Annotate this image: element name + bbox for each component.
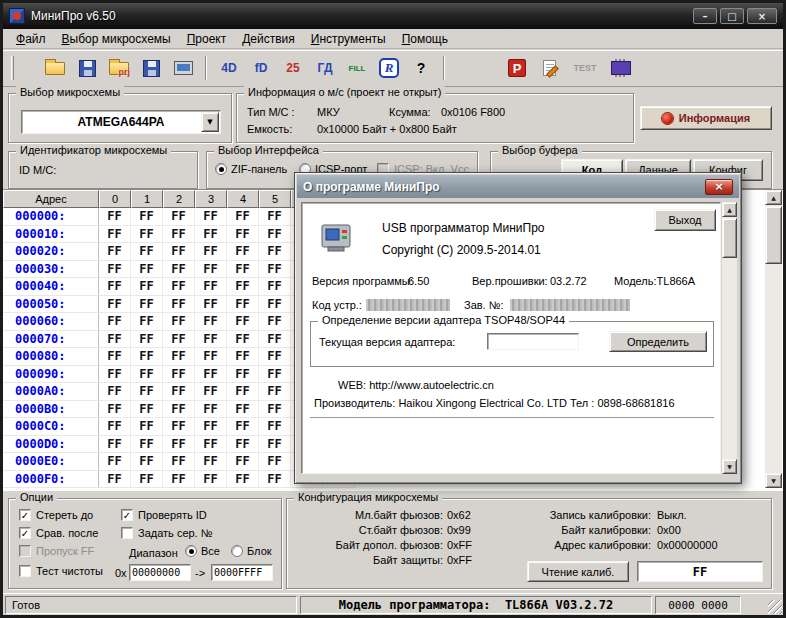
hex-byte-cell[interactable]: FF <box>163 383 195 401</box>
zif-radio[interactable]: ZIF-панель <box>215 163 287 175</box>
hex-byte-cell[interactable]: FF <box>227 313 259 331</box>
hex-byte-cell[interactable]: FF <box>195 261 227 279</box>
hex-byte-cell[interactable]: FF <box>227 278 259 296</box>
device-config-button[interactable] <box>169 54 197 82</box>
hex-byte-cell[interactable]: FF <box>259 471 291 489</box>
hex-byte-cell[interactable]: FF <box>259 261 291 279</box>
hex-byte-cell[interactable]: FF <box>195 208 227 226</box>
hex-byte-cell[interactable]: FF <box>227 331 259 349</box>
hex-byte-cell[interactable]: FF <box>99 226 131 244</box>
hex-byte-cell[interactable]: FF <box>227 418 259 436</box>
hex-byte-cell[interactable]: FF <box>99 243 131 261</box>
hex-byte-cell[interactable]: FF <box>195 418 227 436</box>
hex-byte-cell[interactable]: FF <box>99 208 131 226</box>
hex-byte-cell[interactable]: FF <box>227 348 259 366</box>
hex-byte-cell[interactable]: FF <box>163 278 195 296</box>
hex-byte-cell[interactable]: FF <box>131 278 163 296</box>
hex-byte-cell[interactable]: FF <box>163 348 195 366</box>
tool-25-button[interactable]: 25 <box>279 54 307 82</box>
menu-file[interactable]: Файл <box>9 30 53 48</box>
dialog-close-button[interactable]: × <box>705 179 733 195</box>
hex-byte-cell[interactable]: FF <box>195 243 227 261</box>
hex-byte-cell[interactable]: FF <box>163 436 195 454</box>
hex-byte-cell[interactable]: FF <box>131 313 163 331</box>
hex-byte-cell[interactable]: FF <box>131 418 163 436</box>
menu-actions[interactable]: Действия <box>235 30 302 48</box>
hex-byte-cell[interactable]: FF <box>195 331 227 349</box>
hex-byte-cell[interactable]: FF <box>131 366 163 384</box>
hex-byte-cell[interactable]: FF <box>259 453 291 471</box>
logo-r-button[interactable]: R <box>375 54 403 82</box>
scroll-down-icon[interactable]: ▼ <box>765 473 782 488</box>
hex-byte-cell[interactable]: FF <box>163 226 195 244</box>
hex-byte-cell[interactable]: FF <box>131 208 163 226</box>
hex-byte-cell[interactable]: FF <box>99 348 131 366</box>
hex-byte-cell[interactable]: FF <box>131 383 163 401</box>
hex-byte-cell[interactable]: FF <box>259 401 291 419</box>
skip-ff-checkbox[interactable]: Пропуск FF <box>19 545 94 557</box>
hex-byte-cell[interactable]: FF <box>195 313 227 331</box>
erase-before-checkbox[interactable]: ✓Стереть до <box>19 509 93 521</box>
range-all-radio[interactable]: Все <box>185 545 220 557</box>
calib-value-field[interactable]: FF <box>637 561 763 582</box>
program-button[interactable]: P <box>503 54 531 82</box>
website-line[interactable]: WEB: http://www.autoelectric.cn <box>338 379 494 391</box>
hex-byte-cell[interactable]: FF <box>259 418 291 436</box>
hex-byte-cell[interactable]: FF <box>99 366 131 384</box>
open-file-button[interactable] <box>41 54 69 82</box>
hex-byte-cell[interactable]: FF <box>227 453 259 471</box>
hex-byte-cell[interactable]: FF <box>259 243 291 261</box>
hex-byte-cell[interactable]: FF <box>163 453 195 471</box>
chip-combobox[interactable]: ATMEGA644PA ▼ <box>21 110 221 134</box>
hex-byte-cell[interactable]: FF <box>195 226 227 244</box>
range-block-radio[interactable]: Блок <box>231 545 272 557</box>
hex-byte-cell[interactable]: FF <box>227 401 259 419</box>
hex-byte-cell[interactable]: FF <box>259 208 291 226</box>
scrollbar-thumb[interactable] <box>722 218 737 258</box>
hex-byte-cell[interactable]: FF <box>259 226 291 244</box>
ic-tester-button[interactable] <box>607 54 635 82</box>
hex-byte-cell[interactable]: FF <box>163 313 195 331</box>
minimize-button[interactable]: – <box>693 8 717 24</box>
tool-gd-button[interactable]: ГД <box>311 54 339 82</box>
read-calib-button[interactable]: Чтение калиб. <box>527 561 629 582</box>
chevron-down-icon[interactable]: ▼ <box>201 112 219 132</box>
range-from-input[interactable] <box>129 564 191 581</box>
dialog-titlebar[interactable]: О программе МиниПро × <box>297 175 739 198</box>
hex-byte-cell[interactable]: FF <box>195 436 227 454</box>
hex-byte-cell[interactable]: FF <box>259 278 291 296</box>
hex-byte-cell[interactable]: FF <box>131 226 163 244</box>
hex-byte-cell[interactable]: FF <box>195 453 227 471</box>
hex-byte-cell[interactable]: FF <box>195 401 227 419</box>
hex-byte-cell[interactable]: FF <box>259 331 291 349</box>
hex-byte-cell[interactable]: FF <box>227 243 259 261</box>
hex-byte-cell[interactable]: FF <box>99 261 131 279</box>
fill-buffer-button[interactable]: FILL <box>343 54 371 82</box>
hex-byte-cell[interactable]: FF <box>163 296 195 314</box>
window-titlebar[interactable]: МиниПро v6.50 – □ × <box>3 3 783 29</box>
check-id-checkbox[interactable]: ✓Проверять ID <box>121 509 207 521</box>
hex-byte-cell[interactable]: FF <box>163 418 195 436</box>
information-button[interactable]: Информация <box>640 106 772 130</box>
hex-byte-cell[interactable]: FF <box>259 436 291 454</box>
hex-byte-cell[interactable]: FF <box>99 278 131 296</box>
verify-after-checkbox[interactable]: ✓Срав. после <box>19 527 98 539</box>
hex-byte-cell[interactable]: FF <box>131 331 163 349</box>
hex-byte-cell[interactable]: FF <box>131 243 163 261</box>
hex-byte-cell[interactable]: FF <box>163 243 195 261</box>
menu-chip-select[interactable]: Выбор микросхемы <box>55 30 178 48</box>
close-button[interactable]: × <box>747 8 777 24</box>
hex-byte-cell[interactable]: FF <box>99 331 131 349</box>
toolbar-grip[interactable] <box>11 56 14 80</box>
hex-byte-cell[interactable]: FF <box>163 208 195 226</box>
hex-byte-cell[interactable]: FF <box>163 261 195 279</box>
scroll-up-icon[interactable]: ▲ <box>722 202 737 217</box>
hex-byte-cell[interactable]: FF <box>195 471 227 489</box>
hex-byte-cell[interactable]: FF <box>195 296 227 314</box>
hex-byte-cell[interactable]: FF <box>195 383 227 401</box>
save-file-button[interactable] <box>73 54 101 82</box>
hex-byte-cell[interactable]: FF <box>163 471 195 489</box>
resize-grip[interactable] <box>768 600 782 614</box>
hex-byte-cell[interactable]: FF <box>195 348 227 366</box>
set-serial-checkbox[interactable]: Задать сер. № <box>121 527 213 539</box>
